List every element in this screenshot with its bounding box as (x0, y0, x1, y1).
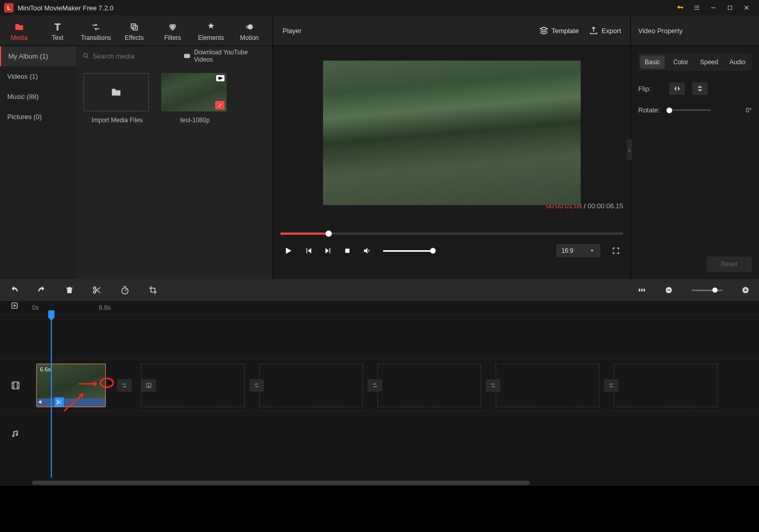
clip-split-handle[interactable] (54, 397, 64, 407)
flip-vertical-button[interactable] (692, 82, 708, 95)
slot-transition-icon (249, 379, 264, 392)
timeline-scrollbar[interactable] (32, 481, 727, 486)
media-item-clip1[interactable]: ✓ test-1080p (161, 73, 229, 124)
search-input[interactable] (93, 52, 180, 60)
rotate-knob[interactable] (667, 107, 672, 113)
volume-button[interactable] (362, 246, 372, 255)
clip1-label: test-1080p (161, 117, 229, 124)
tab-media[interactable]: Media (0, 20, 38, 41)
empty-clip-slot[interactable] (141, 364, 245, 407)
svg-rect-10 (218, 77, 221, 80)
app-title: MiniTool MovieMaker Free 7.2.0 (18, 4, 114, 12)
aspect-ratio-select[interactable]: 16:9 (556, 244, 600, 257)
import-media-item[interactable]: Import Media Files (83, 73, 151, 124)
prev-frame-button[interactable] (304, 247, 313, 255)
elements-icon (192, 20, 230, 34)
scrollbar-thumb[interactable] (32, 481, 530, 485)
svg-rect-22 (745, 289, 746, 292)
download-youtube-button[interactable]: Download YouTube Videos (183, 49, 266, 63)
flip-horizontal-icon (673, 85, 681, 92)
zoom-slider[interactable] (692, 290, 723, 291)
empty-clip-slot[interactable] (496, 364, 599, 407)
player-header: Player Template Export (273, 16, 631, 46)
transition-slot-button[interactable] (117, 379, 132, 392)
sidebar-item-videos[interactable]: Videos (1) (0, 66, 76, 87)
prop-tab-speed[interactable]: Speed (697, 55, 722, 69)
slot-add-icon (142, 379, 156, 392)
preview-figure (468, 112, 561, 205)
close-button[interactable] (738, 0, 755, 16)
prop-tab-audio[interactable]: Audio (725, 55, 750, 69)
rotate-slider[interactable] (669, 109, 711, 111)
seek-slider[interactable] (280, 233, 623, 235)
volume-knob[interactable] (430, 248, 436, 254)
timeline-tracks: 6.6s (0, 314, 759, 478)
preview-canvas[interactable] (323, 61, 581, 205)
crop-button[interactable] (148, 285, 158, 295)
zoom-fit-button[interactable] (638, 286, 646, 294)
zoom-out-button[interactable] (665, 286, 673, 294)
timeline-ruler[interactable]: 0s 6.6s (0, 301, 759, 314)
prop-tab-basic[interactable]: Basic (640, 55, 665, 69)
ruler-mark-1: 6.6s (99, 304, 111, 311)
menu-icon[interactable] (688, 0, 705, 16)
sidebar-item-pictures[interactable]: Pictures (0) (0, 107, 76, 127)
timeline: 0s 6.6s 6.6s (0, 301, 759, 486)
playhead[interactable] (51, 314, 52, 478)
check-icon: ✓ (215, 101, 224, 109)
top-row: Media Text Transitions Effects Filters E… (0, 16, 759, 46)
tab-motion[interactable]: Motion (230, 20, 269, 41)
template-button[interactable]: Template (539, 26, 579, 35)
stop-button[interactable] (344, 247, 351, 254)
sidebar-item-album[interactable]: My Album (1) (0, 46, 76, 66)
rotate-label: Rotate: (638, 106, 669, 114)
reset-button[interactable]: Reset (707, 256, 752, 272)
tab-transitions[interactable]: Transitions (77, 20, 115, 41)
volume-slider[interactable] (383, 250, 433, 252)
maximize-button[interactable] (722, 0, 738, 16)
tab-effects[interactable]: Effects (115, 20, 153, 41)
svg-rect-15 (639, 289, 640, 291)
speed-button[interactable] (120, 285, 130, 295)
fullscreen-button[interactable] (612, 247, 620, 255)
minimize-button[interactable] (705, 0, 722, 16)
property-panel: Basic Color Speed Audio Flip: Rotate: 0°… (631, 46, 759, 279)
tab-filters[interactable]: Filters (153, 20, 192, 41)
timeline-clip[interactable]: 6.6s (36, 364, 106, 407)
video-track-body[interactable]: 6.6s (31, 360, 759, 411)
tab-text[interactable]: Text (38, 20, 77, 41)
play-button[interactable] (284, 246, 293, 255)
tab-elements[interactable]: Elements (192, 20, 230, 41)
seek-knob[interactable] (326, 231, 332, 237)
next-frame-button[interactable] (324, 247, 332, 255)
duration-time: 00:00:06.15 (587, 202, 623, 210)
overlay-track-body[interactable] (31, 315, 759, 359)
panel-expand-button[interactable]: › (627, 139, 632, 160)
template-label: Template (552, 27, 579, 35)
redo-button[interactable] (37, 285, 47, 295)
prop-tab-color[interactable]: Color (669, 55, 693, 69)
media-content: Download YouTube Videos Import Media Fil… (76, 46, 273, 279)
clip-duration: 6.6s (40, 366, 51, 372)
overlay-track (0, 314, 759, 359)
flip-horizontal-button[interactable] (669, 82, 685, 95)
empty-clip-slot[interactable] (259, 364, 363, 407)
key-icon[interactable] (672, 0, 688, 16)
svg-rect-24 (12, 382, 19, 389)
empty-clip-slot[interactable] (377, 364, 481, 407)
add-track-button[interactable] (10, 301, 19, 310)
audio-track-head (0, 429, 31, 438)
zoom-in-button[interactable] (741, 286, 750, 294)
sidebar-item-music[interactable]: Music (88) (0, 87, 76, 107)
split-button[interactable] (92, 285, 102, 295)
undo-button[interactable] (9, 285, 19, 295)
zoom-knob[interactable] (712, 287, 718, 293)
playhead-handle[interactable] (48, 310, 54, 318)
audio-track-body[interactable] (31, 411, 759, 455)
tab-elements-label: Elements (192, 34, 230, 41)
empty-clip-slot[interactable] (614, 364, 718, 407)
export-button[interactable]: Export (589, 26, 621, 35)
svg-rect-11 (345, 249, 349, 253)
delete-button[interactable] (65, 285, 74, 295)
video-badge-icon (216, 75, 224, 81)
